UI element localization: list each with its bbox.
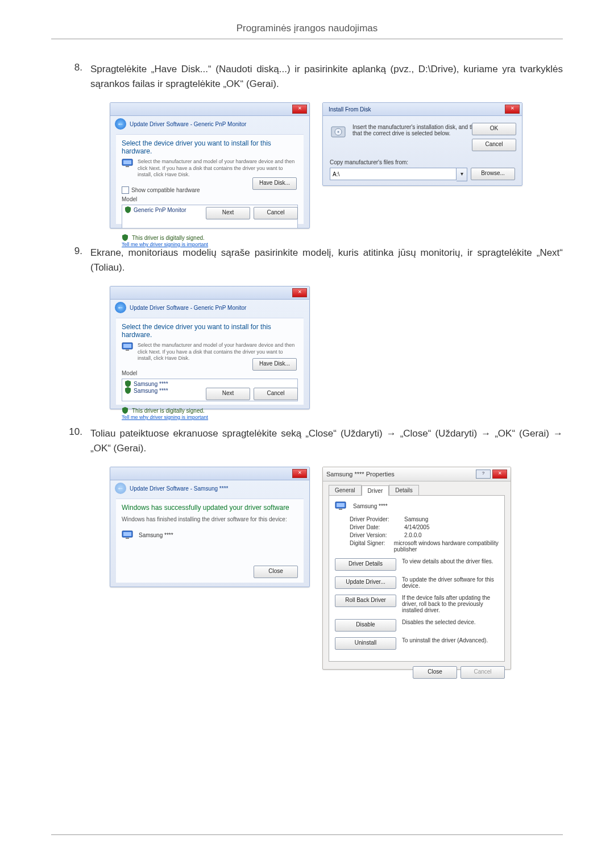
- label: Driver Date:: [350, 524, 404, 530]
- next-button[interactable]: Next: [206, 388, 250, 400]
- why-signing-link[interactable]: Tell me why driver signing is important: [122, 414, 208, 420]
- back-icon[interactable]: ←: [115, 302, 126, 313]
- have-disk-button[interactable]: Have Disk...: [252, 358, 297, 371]
- update-driver-dialog-2: ✕ ← Update Driver Software - Generic PnP…: [110, 286, 310, 409]
- shield-icon: [125, 380, 131, 387]
- label: Driver Version:: [350, 532, 404, 538]
- breadcrumb: Update Driver Software - Generic PnP Mon…: [130, 305, 246, 311]
- driver-signed-label: This driver is digitally signed.: [132, 235, 205, 241]
- install-from-disk-dialog: Install From Disk ✕ Insert the manufactu…: [322, 102, 522, 186]
- shield-icon: [125, 206, 131, 213]
- label: Digital Signer:: [350, 540, 394, 553]
- monitor-icon: [122, 530, 133, 539]
- step-number: 8: [51, 62, 90, 91]
- why-signing-link[interactable]: Tell me why driver signing is important: [122, 242, 208, 247]
- model-header: Model: [122, 196, 298, 202]
- device-name: Samsung ****: [353, 503, 388, 509]
- svg-rect-2: [126, 166, 129, 167]
- svg-point-5: [338, 131, 339, 133]
- step-text: Toliau pateiktuose ekranuose spragtelėki…: [90, 426, 563, 455]
- step-text: Ekrane, monitoriaus modelių sąraše pasir…: [90, 246, 563, 275]
- step-text: Spragtelėkite „Have Disk...“ (Naudoti di…: [90, 62, 563, 91]
- value: Samsung: [404, 516, 428, 522]
- driver-signed-label: This driver is digitally signed.: [132, 408, 205, 414]
- model-header: Model: [122, 370, 298, 376]
- shield-icon: [122, 407, 128, 414]
- breadcrumb: Update Driver Software - Generic PnP Mon…: [130, 121, 246, 127]
- show-compatible-label: Show compatible hardware: [131, 187, 200, 193]
- value: 2.0.0.0: [404, 532, 422, 538]
- uninstall-button[interactable]: Uninstall: [335, 637, 396, 650]
- footer-divider: [51, 834, 563, 835]
- show-compatible-checkbox[interactable]: [122, 186, 129, 194]
- chevron-down-icon[interactable]: ▾: [457, 168, 467, 181]
- next-button[interactable]: Next: [206, 207, 250, 219]
- cancel-button[interactable]: Cancel: [254, 388, 298, 400]
- shield-icon: [122, 234, 128, 241]
- update-driver-success-dialog: ✕ ← Update Driver Software - Samsung ***…: [110, 467, 310, 587]
- close-icon[interactable]: ✕: [292, 105, 307, 114]
- success-subtext: Windows has finished installing the driv…: [122, 516, 298, 522]
- close-button[interactable]: Close: [413, 666, 457, 679]
- success-headline: Windows has successfully updated your dr…: [122, 504, 298, 512]
- model-item: Samsung ****: [134, 388, 168, 394]
- monitor-icon: [122, 342, 133, 351]
- monitor-icon: [335, 501, 346, 510]
- close-button[interactable]: Close: [254, 566, 298, 578]
- tab-general[interactable]: General: [329, 485, 362, 495]
- path-input[interactable]: [330, 168, 457, 180]
- wizard-headline: Select the device driver you want to ins…: [122, 323, 298, 339]
- svg-rect-8: [126, 350, 129, 351]
- svg-rect-1: [123, 160, 131, 164]
- dialog-title: Samsung **** Properties: [326, 471, 395, 477]
- device-name: Samsung ****: [139, 532, 173, 538]
- page-title: Programinės įrangos naudojimas: [51, 23, 563, 39]
- svg-rect-11: [126, 538, 129, 539]
- have-disk-button[interactable]: Have Disk...: [252, 177, 297, 190]
- update-driver-dialog-1: ✕ ← Update Driver Software - Generic PnP…: [110, 102, 310, 229]
- dialog-title: Install From Disk: [325, 106, 503, 113]
- uninstall-desc: To uninstall the driver (Advanced).: [402, 637, 499, 643]
- value: microsoft windows hardware compatibility…: [394, 540, 499, 553]
- disable-button[interactable]: Disable: [335, 619, 396, 632]
- label: Driver Provider:: [350, 516, 404, 522]
- driver-details-button[interactable]: Driver Details: [335, 558, 396, 571]
- shield-icon: [125, 387, 131, 394]
- wizard-headline: Select the device driver you want to ins…: [122, 139, 298, 155]
- device-properties-dialog: Samsung **** Properties ? ✕ General Driv…: [322, 467, 511, 670]
- tab-details[interactable]: Details: [389, 485, 419, 495]
- cancel-button[interactable]: Cancel: [254, 207, 298, 219]
- cancel-button[interactable]: Cancel: [472, 139, 516, 151]
- browse-button[interactable]: Browse...: [471, 168, 515, 180]
- svg-rect-10: [123, 532, 131, 536]
- driver-details-desc: To view details about the driver files.: [402, 558, 499, 564]
- close-icon[interactable]: ✕: [292, 288, 307, 297]
- back-icon[interactable]: ←: [115, 483, 126, 494]
- disable-desc: Disables the selected device.: [402, 619, 499, 625]
- step-number: 9: [51, 246, 90, 275]
- svg-rect-7: [123, 344, 131, 348]
- update-driver-button[interactable]: Update Driver...: [335, 576, 396, 589]
- wizard-subtext: Select the manufacturer and model of you…: [138, 159, 298, 178]
- disk-icon: [330, 124, 347, 141]
- step-number: 10: [51, 426, 90, 455]
- breadcrumb: Update Driver Software - Samsung ****: [130, 485, 228, 492]
- model-item: Samsung ****: [134, 381, 168, 387]
- close-icon[interactable]: ✕: [492, 470, 507, 479]
- close-icon[interactable]: ✕: [292, 469, 307, 478]
- update-driver-desc: To update the driver software for this d…: [402, 576, 499, 589]
- monitor-icon: [122, 159, 133, 168]
- back-icon[interactable]: ←: [115, 118, 126, 130]
- help-icon[interactable]: ?: [476, 470, 491, 479]
- model-item: Generic PnP Monitor: [134, 207, 186, 213]
- roll-back-desc: If the device fails after updating the d…: [402, 595, 499, 613]
- roll-back-driver-button[interactable]: Roll Back Driver: [335, 595, 396, 607]
- value: 4/14/2005: [404, 524, 430, 530]
- close-icon[interactable]: ✕: [505, 105, 520, 114]
- svg-rect-14: [339, 509, 342, 510]
- svg-rect-13: [337, 503, 345, 507]
- tab-driver[interactable]: Driver: [362, 485, 389, 496]
- cancel-button: Cancel: [460, 666, 505, 679]
- ok-button[interactable]: OK: [472, 123, 516, 135]
- copy-from-label: Copy manufacturer's files from:: [330, 159, 515, 165]
